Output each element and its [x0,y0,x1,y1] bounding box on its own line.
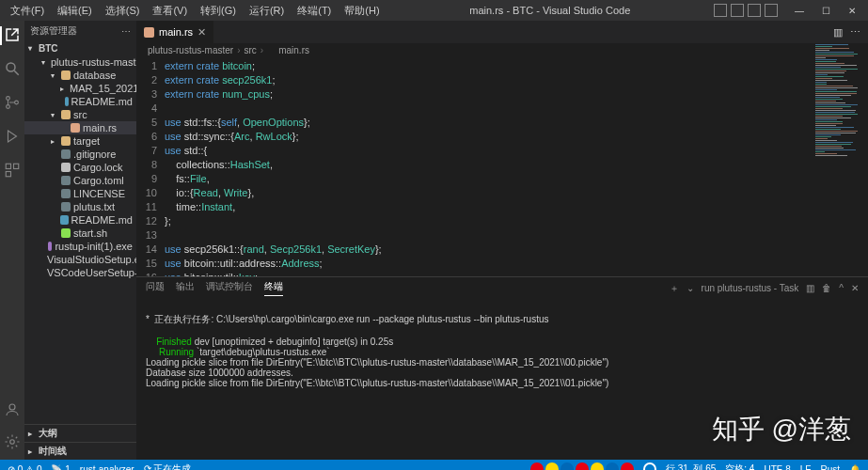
tab-main-rs[interactable]: main.rs ✕ [136,21,214,43]
close-panel-icon[interactable]: ✕ [851,283,859,293]
panel-tabs: 问题 输出 调试控制台 终端 ＋ ⌄ run plutus-rustus - T… [136,277,868,299]
terminal-output[interactable]: * 正在执行任务: C:\Users\hp\.cargo\bin\cargo.e… [136,299,868,402]
tree-item[interactable]: ▸MAR_15_2021 [24,82,136,95]
tab-output[interactable]: 输出 [176,280,195,296]
explorer-label: 资源管理器 [30,24,77,38]
tree-item[interactable]: VisualStudioSetup.exe [24,253,136,266]
layout-controls[interactable] [714,4,778,17]
tree-item[interactable]: plutus.txt [24,200,136,213]
menu-file[interactable]: 文件(F) [4,1,51,21]
status-eol[interactable]: LF [800,464,812,471]
close-button[interactable]: ✕ [840,6,864,16]
activity-bar [0,21,24,460]
breadcrumb[interactable]: plutus-rustus-master› src› main.rs [136,43,868,57]
timeline-section[interactable]: ▸时间线 [24,442,136,460]
outline-label: 大纲 [39,427,57,440]
rust-file-icon [144,27,154,38]
tree-item[interactable]: Cargo.lock [24,161,136,174]
svg-point-2 [7,105,10,109]
status-spaces[interactable]: 空格: 4 [725,462,754,470]
status-building[interactable]: ⟳ 正在生成… [144,462,201,470]
kill-terminal-icon[interactable]: 🗑 [822,283,831,293]
outline-section[interactable]: ▸大纲 [24,424,136,442]
svg-rect-4 [6,164,10,168]
minimap[interactable] [812,43,868,269]
code-content[interactable]: extern crate bitcoin; extern crate secp2… [161,57,868,276]
terminal-task-label[interactable]: run plutus-rustus - Task [702,283,799,293]
minimize-button[interactable]: — [787,6,812,16]
maximize-button[interactable]: ☐ [813,6,838,16]
face-icon[interactable] [643,462,656,470]
status-lncol[interactable]: 行 31, 列 65 [666,462,716,470]
activity-explorer[interactable] [0,26,21,45]
activity-settings[interactable] [4,433,21,452]
code-editor[interactable]: 1234567891011121314151617181920212223 24… [136,57,868,276]
tree-item[interactable]: ▸target [24,134,136,148]
tree-item[interactable]: README.md [24,95,136,108]
customize-layout-icon[interactable] [765,4,778,17]
window-controls: — ☐ ✕ [787,6,864,16]
status-port[interactable]: 📡 1 [51,464,70,471]
status-bell-icon[interactable]: 🔔 [849,464,860,471]
crumb-2[interactable]: main.rs [278,45,309,55]
close-tab-icon[interactable]: ✕ [197,26,206,39]
status-encoding[interactable]: UTF-8 [764,464,790,471]
new-terminal-icon[interactable]: ＋ [670,282,679,295]
menu-select[interactable]: 选择(S) [99,1,147,21]
tree-item[interactable]: LINCENSE [24,187,136,200]
more-icon[interactable]: ⋯ [121,26,131,37]
tree-item[interactable]: ▾database [24,69,136,82]
tree-item[interactable]: start.sh [24,227,136,240]
crumb-1[interactable]: src [244,45,256,55]
menu-view[interactable]: 查看(V) [146,1,194,21]
activity-account[interactable] [4,401,21,420]
tree-item[interactable]: Cargo.toml [24,174,136,187]
menu-bar: 文件(F) 编辑(E) 选择(S) 查看(V) 转到(G) 运行(R) 终端(T… [4,1,387,21]
menu-go[interactable]: 转到(G) [194,1,243,21]
tree-item[interactable]: rustup-init(1).exe [24,240,136,253]
status-bar: ⊘ 0 ⚠ 0 📡 1 rust-analyzer ⟳ 正在生成… 行 31, … [0,460,868,470]
menu-run[interactable]: 运行(R) [243,1,291,21]
tree-item[interactable]: VSCodeUserSetup-x64-1.73.1.exe [24,266,136,279]
title-bar: 文件(F) 编辑(E) 选择(S) 查看(V) 转到(G) 运行(R) 终端(T… [0,0,868,21]
tree-item[interactable]: ▾plutus-rustus-master [24,55,136,69]
more-tab-icon[interactable]: ⋯ [850,26,860,39]
timeline-label: 时间线 [39,445,67,458]
svg-point-0 [7,63,15,71]
maximize-panel-icon[interactable]: ^ [839,283,844,293]
toggle-secondary-icon[interactable] [748,4,761,17]
menu-terminal[interactable]: 终端(T) [291,1,338,21]
menu-edit[interactable]: 编辑(E) [51,1,99,21]
rust-file-icon [267,46,276,55]
window-title: main.rs - BTC - Visual Studio Code [387,5,714,16]
split-terminal-icon[interactable]: ▥ [806,283,814,293]
toggle-panel-icon[interactable] [731,4,744,17]
activity-scm[interactable] [4,94,21,113]
sidebar: 资源管理器 ⋯ ▾BTC ▾plutus-rustus-master▾datab… [24,21,136,460]
tree-item[interactable]: main.rs [24,121,136,134]
split-editor-icon[interactable]: ▥ [833,26,843,39]
terminal-dropdown-icon[interactable]: ⌄ [687,283,694,293]
status-analyzer[interactable]: rust-analyzer [80,464,134,471]
menu-help[interactable]: 帮助(H) [338,1,386,21]
crumb-0[interactable]: plutus-rustus-master [148,45,233,55]
tab-label: main.rs [159,26,193,38]
editor-area: main.rs ✕ ▥ ⋯ plutus-rustus-master› src›… [136,21,868,460]
tab-bar: main.rs ✕ ▥ ⋯ [136,21,868,43]
activity-extensions[interactable] [4,162,21,180]
line-gutter: 1234567891011121314151617181920212223 24… [136,57,161,276]
lottery-balls [530,462,634,470]
tree-item[interactable]: README.md [24,213,136,227]
tree-item[interactable]: ▾src [24,108,136,121]
tab-terminal[interactable]: 终端 [264,280,283,296]
tree-item[interactable]: .gitignore [24,148,136,161]
activity-search[interactable] [4,60,21,79]
svg-rect-6 [6,172,10,177]
status-errors[interactable]: ⊘ 0 ⚠ 0 [8,464,41,471]
toggle-sidebar-icon[interactable] [714,4,727,17]
status-lang[interactable]: Rust [820,464,840,471]
activity-run[interactable] [4,128,21,147]
tab-debug[interactable]: 调试控制台 [206,280,253,296]
tab-problems[interactable]: 问题 [146,280,165,296]
sidebar-root[interactable]: ▾BTC [24,41,136,55]
